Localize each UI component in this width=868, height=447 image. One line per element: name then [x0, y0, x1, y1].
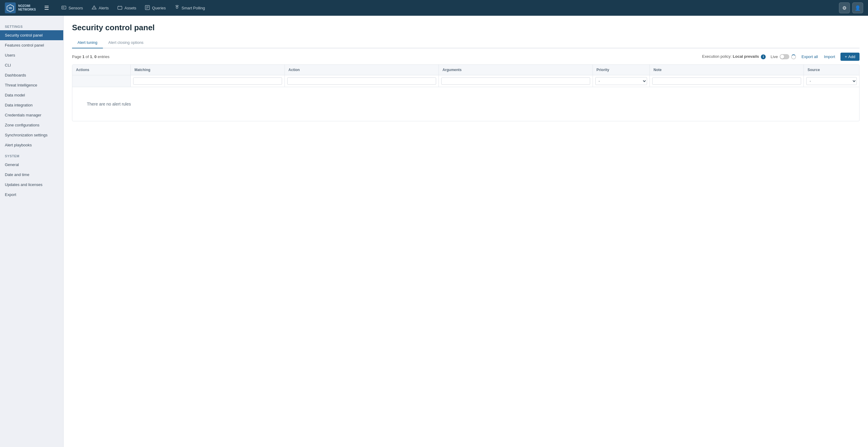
matching-filter-input[interactable] [133, 77, 282, 85]
live-toggle-track[interactable] [780, 54, 789, 59]
col-header-source: Source [804, 65, 859, 75]
note-filter-input[interactable] [652, 77, 801, 85]
main-layout: Settings Security control panel Features… [0, 16, 868, 447]
sidebar-item-data-model[interactable]: Data model [0, 90, 63, 100]
nav-item-alerts[interactable]: Alerts [88, 3, 112, 13]
sensors-icon [61, 5, 67, 11]
add-button[interactable]: + Add [840, 53, 860, 61]
nav-item-assets[interactable]: Assets [114, 3, 140, 13]
settings-icon: ⚙ [842, 5, 846, 11]
sidebar-item-dashboards[interactable]: Dashboards [0, 70, 63, 80]
col-header-action: Action [285, 65, 439, 75]
content-area: Security control panel Alert tuning Aler… [64, 16, 868, 447]
sidebar-item-data-integration[interactable]: Data integration [0, 100, 63, 110]
user-icon: 👤 [855, 5, 861, 11]
sidebar-item-general[interactable]: General [0, 160, 63, 170]
live-spinner [791, 55, 796, 59]
alert-rules-table: Actions Matching Action Arguments Priori… [72, 64, 860, 121]
col-header-note: Note [650, 65, 804, 75]
hamburger-icon[interactable]: ☰ [43, 3, 50, 12]
sidebar-item-alert-playbooks[interactable]: Alert playbooks [0, 140, 63, 150]
pagination-info: Page 1 of 1, 0 entries [72, 55, 110, 59]
filter-source-cell[interactable]: - [804, 75, 859, 87]
alerts-label: Alerts [99, 6, 108, 10]
sidebar: Settings Security control panel Features… [0, 16, 64, 447]
sensors-label: Sensors [68, 6, 83, 10]
assets-label: Assets [124, 6, 136, 10]
import-button[interactable]: Import [823, 53, 836, 60]
arguments-filter-input[interactable] [441, 77, 590, 85]
alerts-icon [91, 5, 97, 11]
sidebar-item-synchronization-settings[interactable]: Synchronization settings [0, 130, 63, 140]
topnav-right: ⚙ 👤 [839, 2, 863, 13]
col-header-priority: Priority [593, 65, 650, 75]
filter-arguments-cell[interactable] [438, 75, 593, 87]
export-all-button[interactable]: Export all [801, 53, 818, 60]
priority-filter-select[interactable]: - [595, 77, 647, 85]
sidebar-item-threat-intelligence[interactable]: Threat Intelligence [0, 80, 63, 90]
nav-item-smart-polling[interactable]: Smart Polling [171, 3, 209, 13]
execution-policy-info-icon[interactable]: i [761, 55, 766, 59]
sidebar-item-credentials-manager[interactable]: Credentials manager [0, 110, 63, 120]
settings-section-title: Settings [0, 21, 63, 30]
filter-row: - - [72, 75, 859, 87]
col-header-actions: Actions [72, 65, 131, 75]
filter-matching-cell[interactable] [131, 75, 285, 87]
nav-item-queries[interactable]: Queries [141, 3, 169, 13]
svg-point-16 [176, 7, 178, 8]
tab-alert-closing-options[interactable]: Alert closing options [103, 37, 149, 48]
svg-rect-2 [62, 6, 66, 9]
sidebar-item-features-control-panel[interactable]: Features control panel [0, 40, 63, 50]
toolbar-right: Execution policy: Local prevails i Live … [702, 53, 860, 61]
col-header-matching: Matching [131, 65, 285, 75]
empty-state-row: There are no alert rules [72, 87, 859, 121]
smart-polling-label: Smart Polling [182, 6, 205, 10]
add-label: Add [848, 55, 855, 59]
data-table: Actions Matching Action Arguments Priori… [72, 65, 859, 121]
logo-text: NOZOMINETWORKS [18, 4, 36, 11]
sidebar-item-security-control-panel[interactable]: Security control panel [0, 30, 63, 40]
execution-policy: Execution policy: Local prevails i [702, 54, 766, 59]
toolbar-row: Page 1 of 1, 0 entries Execution policy:… [72, 53, 860, 61]
top-navigation: Sensors Alerts Assets Queries Smart Poll… [58, 3, 832, 13]
tab-alert-tuning[interactable]: Alert tuning [72, 37, 103, 48]
sidebar-item-zone-configurations[interactable]: Zone configurations [0, 120, 63, 130]
sidebar-item-updates-and-licenses[interactable]: Updates and licenses [0, 180, 63, 190]
queries-label: Queries [152, 6, 166, 10]
settings-button[interactable]: ⚙ [839, 2, 850, 13]
filter-actions-cell [72, 75, 131, 87]
sidebar-item-users[interactable]: Users [0, 50, 63, 60]
table-header-row: Actions Matching Action Arguments Priori… [72, 65, 859, 75]
smart-polling-icon [174, 5, 180, 11]
live-toggle-thumb [780, 55, 784, 59]
add-plus-icon: + [845, 55, 847, 59]
sidebar-item-date-and-time[interactable]: Date and time [0, 170, 63, 180]
assets-icon [117, 5, 123, 11]
page-title: Security control panel [72, 23, 860, 32]
col-header-arguments: Arguments [438, 65, 593, 75]
sidebar-item-cli[interactable]: CLI [0, 60, 63, 70]
nav-item-sensors[interactable]: Sensors [58, 3, 87, 13]
svg-rect-9 [118, 6, 122, 9]
svg-text:NN: NN [9, 7, 12, 9]
topnav: NN NOZOMINETWORKS ☰ Sensors Alerts Asset… [0, 0, 868, 16]
logo[interactable]: NN NOZOMINETWORKS [5, 2, 36, 13]
system-section-title: System [0, 150, 63, 160]
filter-priority-cell[interactable]: - [593, 75, 650, 87]
filter-note-cell[interactable] [650, 75, 804, 87]
user-button[interactable]: 👤 [852, 2, 863, 13]
queries-icon [145, 5, 150, 11]
svg-point-8 [94, 8, 94, 9]
sidebar-item-export[interactable]: Export [0, 190, 63, 200]
filter-action-cell[interactable] [285, 75, 439, 87]
empty-message: There are no alert rules [72, 87, 859, 121]
tabs: Alert tuning Alert closing options [72, 37, 149, 48]
live-toggle[interactable]: Live [771, 54, 796, 59]
source-filter-select[interactable]: - [806, 77, 857, 85]
action-filter-input[interactable] [287, 77, 436, 85]
logo-icon: NN [5, 2, 16, 13]
live-label: Live [771, 55, 778, 59]
